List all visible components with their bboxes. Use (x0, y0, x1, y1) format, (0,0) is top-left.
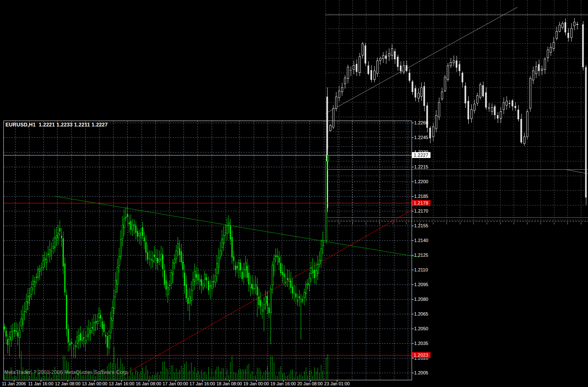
price-tick-label: 1.2185 (414, 193, 428, 199)
time-tick-label: 23 Jan 01:00 (319, 381, 354, 386)
price-tick-label: 1.2065 (414, 311, 428, 317)
price-tick-label: 1.2245 (414, 134, 428, 140)
price-tick-label: 1.2095 (414, 282, 428, 287)
price-tick-label: 1.2125 (414, 252, 428, 258)
time-axis[interactable]: 11 Jan 200611 Jan 16:0012 Jan 08:0013 Ja… (0, 380, 588, 387)
price-tick-label: 1.2155 (414, 223, 428, 229)
price-tick-label: 1.2260 (414, 120, 428, 126)
price-tick-label: 1.2005 (414, 370, 428, 376)
price-tick-label: 1.2215 (414, 164, 428, 170)
main-chart-window[interactable] (3, 121, 412, 380)
bid-price-tag: 1.2227 (412, 152, 430, 158)
chart-title: EURUSD,H1 1.2221 1.2233 1.2211 1.2227 (5, 122, 108, 128)
hline-price-tag-lower: 1.2023 (412, 352, 430, 358)
desktop: EURUSD,H1 1.2221 1.2233 1.2211 1.2227 1.… (0, 0, 588, 387)
price-axis[interactable]: 1.22601.22451.22301.22151.22001.21851.21… (412, 0, 432, 387)
price-tick-label: 1.2080 (414, 296, 428, 302)
price-tick-label: 1.2035 (414, 340, 428, 346)
price-tick-label: 1.2050 (414, 326, 428, 332)
price-tick-label: 1.2110 (414, 267, 428, 273)
hline-price-tag-upper: 1.2178 (412, 200, 430, 206)
price-tick-label: 1.2140 (414, 237, 428, 243)
price-tick-label: 1.2200 (414, 179, 428, 184)
price-tick-label: 1.2170 (414, 208, 428, 214)
watermark: MetaTrader, ? 2001-2006 MetaQuotes Softw… (4, 369, 129, 375)
